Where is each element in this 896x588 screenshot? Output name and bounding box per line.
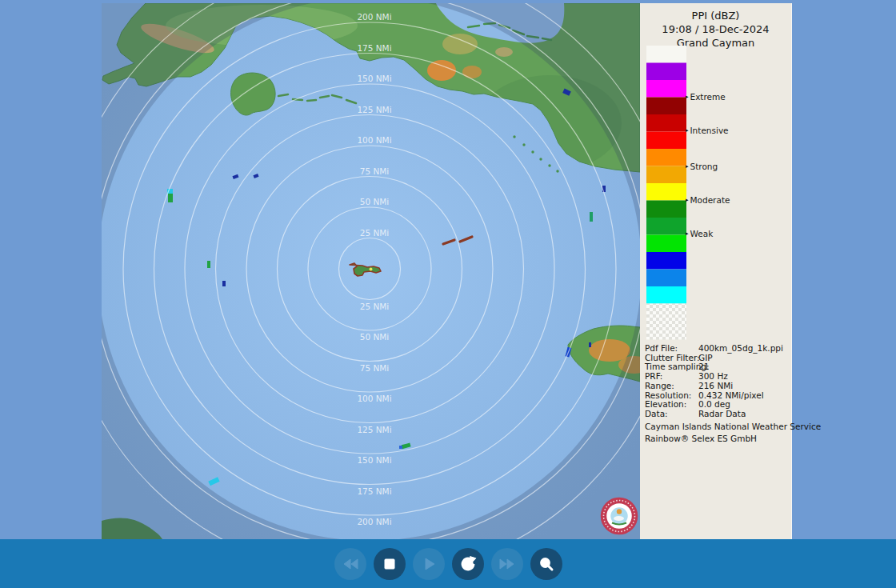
scale-band (646, 46, 686, 63)
ring-label: 75 NMi (360, 166, 390, 176)
scale-band-nodata (646, 304, 686, 340)
radar-map-viewport: 200 NMi 175 NMi 150 NMi 125 NMi 100 NMi … (102, 3, 640, 539)
scale-band (646, 183, 686, 201)
scale-threshold-weak: ▸ Weak (686, 229, 713, 238)
play-button[interactable] (413, 548, 445, 580)
meta-label: Elevation: (645, 399, 686, 409)
threshold-label: Extreme (690, 92, 726, 102)
ring-label: 200 NMi (357, 12, 391, 22)
scale-band (646, 132, 686, 150)
rewind-icon (342, 555, 359, 573)
radar-map: 200 NMi 175 NMi 150 NMi 125 NMi 100 NMi … (102, 3, 640, 539)
meta-label: Data: (645, 409, 668, 418)
ring-label: 50 NMi (360, 332, 390, 342)
zoom-in-icon (538, 555, 555, 573)
ring-label: 125 NMi (357, 425, 391, 434)
threshold-label: Strong (690, 162, 718, 171)
threshold-marker-icon: ▸ (686, 128, 689, 134)
scale-band (646, 98, 686, 115)
scale-band (646, 80, 686, 98)
threshold-marker-icon: ▸ (686, 231, 689, 237)
info-panel: PPI (dBZ) 19:08 / 18-Dec-2024 Grand Caym… (640, 3, 792, 539)
rewind-button[interactable] (334, 548, 366, 580)
panel-header: PPI (dBZ) 19:08 / 18-Dec-2024 Grand Caym… (640, 3, 791, 50)
vendor-name: Rainbow® Selex ES GmbH (645, 434, 789, 444)
threshold-marker-icon: ▸ (686, 198, 689, 203)
scale-band (646, 252, 686, 270)
ring-label: 175 NMi (357, 486, 391, 496)
refresh-button[interactable] (452, 548, 484, 580)
meta-label: Pdf File: (645, 343, 678, 353)
scale-band (646, 63, 686, 81)
scale-band (646, 286, 686, 304)
meta-label: Range: (645, 381, 674, 390)
scale-band (646, 218, 686, 235)
threshold-label: Intensive (690, 126, 729, 135)
playback-control-bar (0, 539, 896, 588)
stop-button[interactable] (374, 548, 406, 580)
threshold-marker-icon: ▸ (686, 94, 689, 100)
seal-cloud (614, 516, 624, 521)
ring-label: 150 NMi (357, 74, 391, 83)
refresh-icon (459, 555, 477, 573)
meta-label: Clutter Filter: (645, 353, 700, 362)
ring-label: 25 NMi (360, 228, 390, 238)
fast-forward-icon (498, 555, 516, 573)
meta-label: PRF: (645, 371, 662, 381)
threshold-label: Weak (690, 229, 714, 238)
meta-value: 400km_05dg_1k.ppi (698, 344, 783, 354)
ring-label: 150 NMi (357, 455, 391, 465)
threshold-label: Moderate (690, 195, 730, 205)
ring-label: 25 NMi (360, 302, 390, 311)
threshold-marker-icon: ▸ (686, 164, 689, 170)
ring-label: 75 NMi (360, 363, 390, 373)
scan-metadata: Pdf File:400km_05dg_1k.ppi Clutter Filte… (645, 344, 789, 444)
ring-label: 50 NMi (360, 197, 390, 206)
radar-site-dot (370, 268, 373, 271)
stop-icon (381, 555, 398, 573)
ring-label: 200 NMi (357, 517, 391, 526)
scale-band (646, 149, 686, 166)
scale-band (646, 114, 686, 132)
scale-threshold-intensive: ▸ Intensive (686, 126, 729, 135)
ring-label: 175 NMi (357, 43, 391, 53)
meta-value: Radar Data (698, 410, 746, 419)
meta-row: Data:Radar Data (645, 410, 789, 419)
scale-band (646, 270, 686, 287)
scale-band (646, 166, 686, 184)
landmass-isla-juventud (231, 73, 276, 115)
seal-sun (617, 509, 622, 514)
product-title: PPI (dBZ) (640, 9, 791, 22)
timestamp: 19:08 / 18-Dec-2024 (640, 22, 791, 36)
scale-threshold-strong: ▸ Strong (686, 162, 718, 171)
play-icon (420, 555, 438, 573)
meta-label: Resolution: (645, 390, 691, 400)
dbz-color-scale (646, 46, 694, 340)
ring-label: 100 NMi (357, 394, 391, 403)
weather-service-seal (604, 501, 635, 532)
scale-band (646, 235, 686, 253)
scale-threshold-moderate: ▸ Moderate (686, 195, 730, 205)
radar-viewer-window: { "panel": { "title": "PPI (dBZ)", "time… (0, 0, 896, 588)
service-name: Cayman Islands National Weather Service (645, 422, 789, 432)
fast-forward-button[interactable] (491, 548, 523, 580)
zoom-in-button[interactable] (530, 548, 562, 580)
ring-label: 125 NMi (357, 105, 391, 114)
meta-value: 216 NMi (698, 382, 733, 391)
scale-band (646, 201, 686, 218)
ring-label: 100 NMi (357, 135, 391, 145)
scale-threshold-extreme: ▸ Extreme (686, 92, 726, 102)
